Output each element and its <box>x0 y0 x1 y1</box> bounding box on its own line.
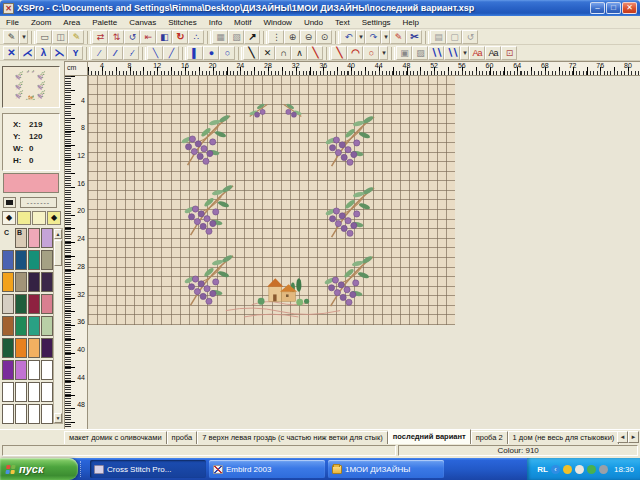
tray-coin-icon[interactable] <box>563 465 572 474</box>
three-quarter-stitch-3-button[interactable]: ⋋ <box>51 46 67 60</box>
zoom-in-button[interactable]: ⊕ <box>284 30 300 44</box>
pattern-tab[interactable]: макет домик с оливочками <box>64 431 167 444</box>
zoom-out-button[interactable]: ⊖ <box>300 30 316 44</box>
blend-diamond-right-button[interactable]: ◆ <box>47 211 61 225</box>
palette-swatch[interactable] <box>28 404 40 424</box>
tray-chart-icon[interactable] <box>587 465 596 474</box>
tab-scroll-left-arrow[interactable]: ◄ <box>617 431 628 443</box>
edit-pencil-button[interactable]: ✎ <box>68 30 84 44</box>
palette-swatch[interactable] <box>41 294 53 314</box>
palette-swatch[interactable] <box>41 250 53 270</box>
selection-mode-button[interactable]: ⊡ <box>501 46 517 60</box>
pattern-tab[interactable]: проба <box>167 431 198 444</box>
scroll-thumb[interactable] <box>54 240 62 266</box>
menu-item[interactable]: Zoom <box>25 18 57 27</box>
redo-button[interactable]: ↷ <box>365 30 381 44</box>
backstitch-red-button[interactable]: ╲ <box>331 46 347 60</box>
quarter-stitch-pair-button[interactable]: ⁄⁄ <box>107 46 123 60</box>
circle-red-button[interactable]: ○ <box>363 46 379 60</box>
select-rectangle-button[interactable]: ▭ <box>36 30 52 44</box>
petite-stitch-button[interactable]: ·⁄ <box>123 46 139 60</box>
three-quarter-stitch-2-button[interactable]: λ <box>35 46 51 60</box>
menu-item[interactable]: Text <box>329 18 356 27</box>
tray-hidden-icons-chevron[interactable]: ‹ <box>551 465 560 474</box>
palette-swatch[interactable] <box>41 228 53 248</box>
redo-dropdown[interactable]: ▾ <box>381 30 390 44</box>
scatter-button[interactable]: ∴ <box>188 30 204 44</box>
menu-item[interactable]: Window <box>257 18 297 27</box>
palette-scrollbar[interactable]: ▲ ▼ <box>53 228 63 424</box>
new-page-button[interactable]: ▢ <box>446 30 462 44</box>
tab-scroll-right-arrow[interactable]: ► <box>628 431 639 443</box>
quarter-stitch-button[interactable]: ⁄ <box>91 46 107 60</box>
draw-tool-button[interactable]: ✎ <box>3 30 19 44</box>
palette-swatch[interactable] <box>2 294 14 314</box>
palette-swatch[interactable] <box>28 382 40 402</box>
curve-black-button[interactable]: ∩ <box>275 46 291 60</box>
mirror-copy-button[interactable]: ◧ <box>156 30 172 44</box>
palette-swatch[interactable] <box>2 338 14 358</box>
palette-swatch[interactable] <box>2 272 14 292</box>
motif-library-button[interactable]: ▣ <box>396 46 412 60</box>
tray-document-icon[interactable] <box>575 465 584 474</box>
palette-swatch[interactable] <box>15 316 27 336</box>
undo-dropdown[interactable]: ▾ <box>356 30 365 44</box>
menu-item[interactable]: Help <box>397 18 425 27</box>
menu-item[interactable]: Area <box>57 18 86 27</box>
sheet-export-button[interactable]: ▧ <box>228 30 244 44</box>
palette-swatch[interactable] <box>41 404 53 424</box>
palette-swatch[interactable] <box>28 228 40 248</box>
flip-vertical-button[interactable]: ⇅ <box>108 30 124 44</box>
language-indicator[interactable]: RL <box>537 465 548 474</box>
palette-swatch[interactable] <box>41 338 53 358</box>
text-red-button[interactable]: Aa <box>469 46 485 60</box>
rotate-free-button[interactable]: ↻ <box>172 30 188 44</box>
menu-item[interactable]: Palette <box>86 18 123 27</box>
copy-area-button[interactable]: ◫ <box>52 30 68 44</box>
double-backstitch-dropdown[interactable]: ▾ <box>460 46 469 60</box>
zoom-actual-button[interactable]: ⊙ <box>316 30 332 44</box>
bead-outline-button[interactable]: ○ <box>219 46 235 60</box>
double-backstitch-2-button[interactable]: ∖∖ <box>444 46 460 60</box>
flip-horizontal-button[interactable]: ⇄ <box>92 30 108 44</box>
menu-item[interactable]: File <box>0 18 25 27</box>
half-stitch-forward-button[interactable]: ╱ <box>163 46 179 60</box>
curve-red-button[interactable]: ◠ <box>347 46 363 60</box>
full-cross-stitch-button[interactable]: ✕ <box>3 46 19 60</box>
pattern-tab[interactable]: 1 дом (не весь для стыковки) <box>508 431 620 444</box>
palette-swatch[interactable] <box>41 382 53 402</box>
ruler-toggle-button[interactable]: ⋮ <box>268 30 284 44</box>
tray-volume-icon[interactable] <box>599 465 608 474</box>
palette-swatch[interactable] <box>2 360 14 380</box>
half-stitch-back-button[interactable]: ╲ <box>147 46 163 60</box>
menu-item[interactable]: Stitches <box>162 18 202 27</box>
pointer-arrow-button[interactable]: ↗ <box>244 30 260 44</box>
palette-swatch[interactable] <box>28 360 40 380</box>
grid-export-button[interactable]: ▦ <box>212 30 228 44</box>
menu-item[interactable]: Undo <box>298 18 329 27</box>
palette-swatch[interactable] <box>15 294 27 314</box>
double-backstitch-button[interactable]: ∖∖ <box>428 46 444 60</box>
palette-swatch[interactable] <box>15 382 27 402</box>
black-color-button[interactable] <box>3 197 16 208</box>
paste-motif-button[interactable]: ▤ <box>430 30 446 44</box>
start-button[interactable]: пуск <box>0 458 78 480</box>
palette-swatch[interactable] <box>15 272 27 292</box>
palette-swatch[interactable] <box>15 404 27 424</box>
taskbar-task-button[interactable]: Cross Stitch Pro... <box>90 460 206 478</box>
backstitch-redblack-button[interactable]: ╲ <box>307 46 323 60</box>
scroll-down-arrow[interactable]: ▼ <box>54 413 62 423</box>
palette-swatch[interactable] <box>41 272 53 292</box>
palette-swatch[interactable] <box>15 338 27 358</box>
pen-button[interactable]: ✎ <box>390 30 406 44</box>
app-icon[interactable]: ✕ <box>3 3 14 14</box>
menu-item[interactable]: Canvas <box>123 18 162 27</box>
pattern-tab[interactable]: проба 2 <box>471 431 508 444</box>
palette-swatch[interactable] <box>41 316 53 336</box>
palette-swatch[interactable]: B <box>15 228 27 248</box>
palette-swatch[interactable] <box>15 250 27 270</box>
circle-red-dropdown[interactable]: ▾ <box>379 46 388 60</box>
rotate-page-button[interactable]: ↺ <box>462 30 478 44</box>
draw-tool-dropdown[interactable]: ▾ <box>19 30 28 44</box>
taskbar-task-button[interactable]: Embird 2003 <box>209 460 325 478</box>
